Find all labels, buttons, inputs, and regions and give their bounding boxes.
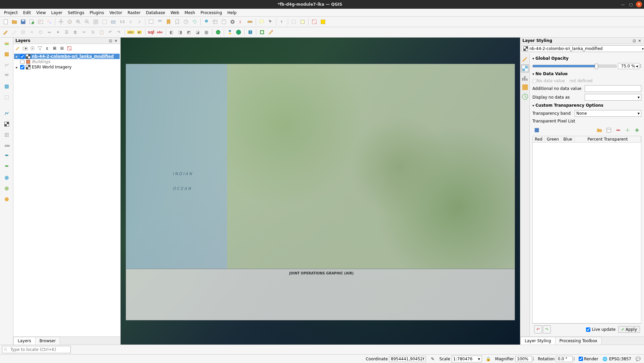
add-mesh-icon[interactable] <box>3 131 11 139</box>
new-virtual-icon[interactable] <box>3 93 11 101</box>
undo-icon[interactable]: ↶ <box>106 28 114 36</box>
add-values-icon[interactable] <box>605 126 613 134</box>
symbology-tab-icon[interactable] <box>521 55 529 63</box>
add-wms-icon[interactable] <box>3 174 11 182</box>
toolbox-icon[interactable] <box>229 18 237 26</box>
plugin-4-icon[interactable]: ◪ <box>194 28 202 36</box>
save-project-icon[interactable] <box>19 18 27 26</box>
display-no-data-color[interactable]: ▾ <box>585 94 641 101</box>
add-manual-icon[interactable] <box>633 126 641 134</box>
new-bookmark-icon[interactable] <box>165 18 173 26</box>
history-tab-icon[interactable] <box>521 93 529 101</box>
layout-manager-icon[interactable] <box>45 18 53 26</box>
vertex-tool-icon[interactable]: ✦ <box>54 28 62 36</box>
layer-tree[interactable]: ▸ nb-44-2-colombo-sri_lanka_modified Bui… <box>13 53 120 336</box>
remove-row-icon[interactable] <box>614 126 622 134</box>
style-manager-icon[interactable] <box>37 18 45 26</box>
trans-band-combo[interactable]: None ▾ <box>575 110 641 117</box>
open-styling-icon[interactable] <box>14 45 21 52</box>
menu-help[interactable]: Help <box>225 10 239 16</box>
filter-expression-icon[interactable]: ε <box>44 45 51 52</box>
zoom-selection-icon[interactable] <box>101 18 109 26</box>
toggle-editing-icon[interactable] <box>10 28 18 36</box>
no-data-section[interactable]: ▾ No Data Value <box>532 70 641 77</box>
plugin-3-icon[interactable]: ◩ <box>185 28 193 36</box>
expand-icon[interactable]: ▸ <box>15 55 19 58</box>
close-panel-icon[interactable]: ✕ <box>637 38 642 43</box>
tab-processing-toolbox[interactable]: Processing Toolbox <box>555 337 602 345</box>
add-feature-icon[interactable] <box>28 28 36 36</box>
add-xyz-icon[interactable] <box>3 185 11 193</box>
render-checkbox[interactable] <box>579 357 583 361</box>
opacity-slider[interactable] <box>532 65 617 67</box>
menu-vector[interactable]: Vector <box>107 10 125 16</box>
coord-input[interactable] <box>389 356 426 362</box>
show-bookmarks-icon[interactable] <box>173 18 181 26</box>
custom-transparency-section[interactable]: ▾ Custom Transparency Options <box>532 102 641 109</box>
data-source-manager-icon[interactable] <box>3 40 11 48</box>
annotation-icon[interactable] <box>266 18 274 26</box>
save-edits-icon[interactable] <box>19 28 27 36</box>
new-project-icon[interactable] <box>2 18 10 26</box>
zoom-last-icon[interactable] <box>127 18 135 26</box>
collapse-all-icon[interactable]: ⊟ <box>59 45 65 52</box>
scale-combo[interactable]: 1:780476▾ <box>452 356 482 362</box>
map-canvas[interactable]: INDIAN OCEAN JOINT OPERATIONS GRAPHIC (A… <box>121 38 520 345</box>
select-all-icon[interactable] <box>319 18 327 26</box>
osm-icon[interactable] <box>235 28 243 36</box>
layer-select-combo[interactable]: nb-44-2-colombo-sri_lanka_modified ▾ <box>522 45 644 52</box>
messages-icon[interactable]: 💬 <box>635 356 641 362</box>
locator-input[interactable] <box>9 347 69 353</box>
maptips-icon[interactable] <box>258 18 266 26</box>
add-group-icon[interactable]: + <box>22 45 28 52</box>
menu-raster[interactable]: Raster <box>125 10 143 16</box>
new-print-layout-icon[interactable] <box>28 18 36 26</box>
cut-icon[interactable]: ✂ <box>80 28 88 36</box>
menu-view[interactable]: View <box>34 10 48 16</box>
coord-toggle-icon[interactable]: ✎ <box>430 356 435 362</box>
menu-edit[interactable]: Edit <box>20 10 34 16</box>
open-file-icon[interactable] <box>595 126 603 134</box>
minimize-button[interactable]: — <box>620 1 626 7</box>
menu-project[interactable]: Project <box>1 10 20 16</box>
expand-icon[interactable]: ▸ <box>15 65 19 69</box>
quickosm-icon[interactable] <box>214 28 222 36</box>
refresh-icon[interactable] <box>191 18 199 26</box>
copy-icon[interactable]: ⎘ <box>89 28 97 36</box>
identify-icon[interactable]: i <box>202 18 210 26</box>
undo-style-icon[interactable]: ↶ <box>534 325 542 333</box>
zoom-full-icon[interactable] <box>92 18 100 26</box>
select-by-value-icon[interactable] <box>299 18 307 26</box>
layer-item-esri[interactable]: ▸ ESRI World Imagery <box>14 64 120 70</box>
rotation-input[interactable] <box>556 356 573 362</box>
redo-icon[interactable]: ↷ <box>115 28 123 36</box>
lock-scale-icon[interactable]: 🔒 <box>486 356 491 362</box>
plugin-2-icon[interactable]: ◨ <box>176 28 184 36</box>
field-calc-icon[interactable] <box>220 18 228 26</box>
maximize-button[interactable]: ▢ <box>628 1 634 7</box>
filter-legend-icon[interactable] <box>37 45 43 52</box>
layer-visibility-checkbox[interactable] <box>20 65 24 69</box>
histogram-tab-icon[interactable] <box>521 74 529 82</box>
col-green[interactable]: Green <box>545 136 561 142</box>
temporal-icon[interactable] <box>182 18 190 26</box>
additional-no-data-input[interactable] <box>585 85 641 92</box>
add-spatialite-icon[interactable] <box>3 163 11 171</box>
python-icon[interactable] <box>226 28 234 36</box>
new-shapefile-icon[interactable] <box>3 61 11 69</box>
close-button[interactable]: ✕ <box>636 1 642 7</box>
new-spatialite-icon[interactable] <box>3 72 11 80</box>
col-red[interactable]: Red <box>533 136 545 142</box>
redo-style-icon[interactable]: ↷ <box>543 325 551 333</box>
step-down-icon[interactable]: ▾ <box>640 66 641 68</box>
menu-web[interactable]: Web <box>168 10 182 16</box>
new-map-view-icon[interactable] <box>147 18 155 26</box>
undock-icon[interactable]: ◫ <box>632 38 637 43</box>
transparency-tab-icon[interactable] <box>521 64 529 72</box>
manage-themes-icon[interactable] <box>29 45 36 52</box>
remove-layer-icon[interactable] <box>66 45 73 52</box>
deselect-icon[interactable] <box>310 18 318 26</box>
stats-icon[interactable]: Σ <box>237 18 245 26</box>
add-wfs-icon[interactable] <box>3 195 11 203</box>
global-opacity-section[interactable]: ▾ Global Opacity <box>532 55 641 62</box>
